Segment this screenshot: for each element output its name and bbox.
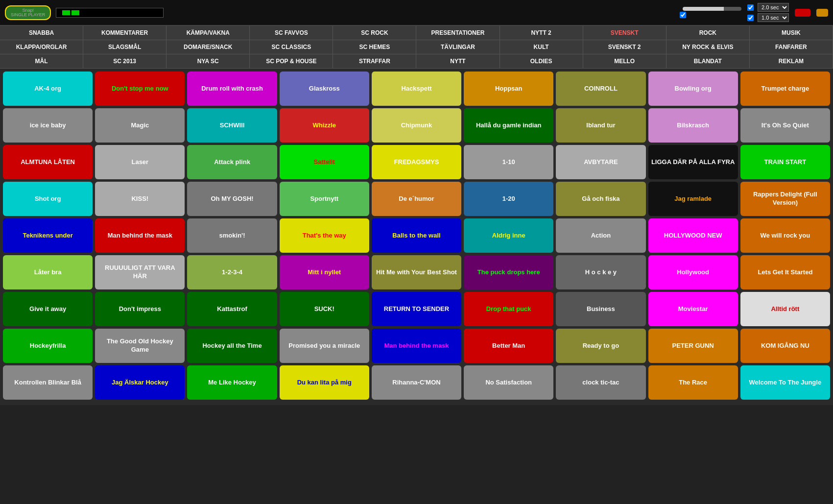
sound-btn-8-8[interactable]: Welcome To The Jungle (740, 365, 830, 400)
stop-button[interactable] (795, 9, 810, 17)
nav-tab-sc_pop___house[interactable]: SC POP & HOUSE (250, 54, 333, 68)
nav-tab-slagsm_l[interactable]: SLAGSMÅL (83, 40, 167, 54)
sound-btn-4-1[interactable]: Man behind the mask (95, 218, 185, 253)
sound-btn-8-1[interactable]: Jag Älskar Hockey (95, 365, 185, 400)
sound-btn-8-6[interactable]: clock tic-tac (556, 365, 645, 400)
sound-btn-4-7[interactable]: HOLLYWOOD NEW (648, 218, 738, 253)
sound-btn-4-8[interactable]: We will rock you (740, 218, 830, 253)
nav-tab-sc_classics[interactable]: SC CLASSICS (250, 40, 333, 54)
sound-btn-3-6[interactable]: Gå och fiska (556, 182, 645, 216)
sound-btn-2-3[interactable]: Sattelit (280, 145, 369, 179)
sound-btn-1-2[interactable]: SCHWIII (187, 108, 277, 143)
sound-btn-1-3[interactable]: Whizzle (280, 108, 369, 143)
sound-btn-5-2[interactable]: 1-2-3-4 (187, 255, 277, 289)
nav-tab-domare_snack[interactable]: DOMARE/SNACK (167, 40, 250, 54)
sound-btn-7-0[interactable]: Hockeyfrilla (3, 329, 93, 363)
nav-tab-kommentarer[interactable]: KOMMENTARER (83, 26, 167, 40)
sound-btn-7-3[interactable]: Promised you a miracle (280, 329, 369, 363)
nav-tab-ny_rock___elvis[interactable]: NY ROCK & ELVIS (666, 40, 750, 54)
sound-btn-1-4[interactable]: Chipmunk (372, 108, 461, 143)
sound-btn-0-7[interactable]: Bowling org (648, 72, 738, 106)
sound-btn-3-2[interactable]: Oh MY GOSH! (187, 182, 277, 216)
sound-btn-0-0[interactable]: AK-4 org (3, 72, 93, 106)
sound-btn-2-6[interactable]: AVBYTARE (556, 145, 645, 179)
sound-btn-8-4[interactable]: Rihanna-C'MON (372, 365, 461, 400)
sound-btn-7-2[interactable]: Hockey all the Time (187, 329, 277, 363)
sound-btn-5-1[interactable]: RUUUULIGT ATT VARA HÄR (95, 255, 185, 289)
sound-btn-5-8[interactable]: Lets Get It Started (740, 255, 830, 289)
sound-btn-8-2[interactable]: Me Like Hockey (187, 365, 277, 400)
nav-tab-sc_2013[interactable]: SC 2013 (83, 54, 167, 68)
nav-tab-straffar[interactable]: STRAFFAR (333, 54, 416, 68)
sound-btn-1-1[interactable]: Magic (95, 108, 185, 143)
fade-out-select[interactable]: 1.0 sec 2.0 sec 0.5 sec (758, 13, 789, 22)
nav-tab-musik[interactable]: MUSIK (750, 26, 833, 40)
sound-btn-6-2[interactable]: Kattastrof (187, 292, 277, 326)
sound-btn-0-6[interactable]: COINROLL (556, 72, 645, 106)
sound-btn-5-3[interactable]: Mitt i nyllet (280, 255, 369, 289)
sound-btn-0-5[interactable]: Hoppsan (464, 72, 553, 106)
nav-tab-k_mpa_vakna[interactable]: KÄMPA/VAKNA (167, 26, 250, 40)
sound-btn-2-7[interactable]: LIGGA DÄR PÅ ALLA FYRA (648, 145, 738, 179)
nav-tab-nya_sc[interactable]: NYA SC (167, 54, 250, 68)
sound-btn-1-7[interactable]: Bilskrasch (648, 108, 738, 143)
sound-btn-4-3[interactable]: That's the way (280, 218, 369, 253)
sound-btn-8-3[interactable]: Du kan lita på mig (280, 365, 369, 400)
sound-btn-6-3[interactable]: SUCK! (280, 292, 369, 326)
nav-tab-klappa_orglar[interactable]: KLAPPA/ORGLAR (0, 40, 83, 54)
sound-btn-7-1[interactable]: The Good Old Hockey Game (95, 329, 185, 363)
nav-tab-fanfarer[interactable]: FANFARER (750, 40, 833, 54)
sound-btn-3-1[interactable]: KISS! (95, 182, 185, 216)
nav-tab-svenskt[interactable]: SVENSKT (583, 26, 666, 40)
sound-btn-4-2[interactable]: smokin'! (187, 218, 277, 253)
sound-btn-7-7[interactable]: PETER GUNN (648, 329, 738, 363)
sound-btn-2-1[interactable]: Laser (95, 145, 185, 179)
sound-btn-3-3[interactable]: Sportnytt (280, 182, 369, 216)
sound-btn-1-0[interactable]: ice ice baby (3, 108, 93, 143)
sound-btn-7-5[interactable]: Better Man (464, 329, 553, 363)
sound-btn-4-4[interactable]: Balls to the wall (372, 218, 461, 253)
sound-btn-8-7[interactable]: The Race (648, 365, 738, 400)
sound-btn-7-8[interactable]: KOM IGÅNG NU (740, 329, 830, 363)
sound-btn-4-5[interactable]: Aldrig inne (464, 218, 553, 253)
sound-btn-2-5[interactable]: 1-10 (464, 145, 553, 179)
sound-btn-8-0[interactable]: Kontrollen Blinkar Blå (3, 365, 93, 400)
nav-tab-m_l[interactable]: MÅL (0, 54, 83, 68)
sound-btn-7-4[interactable]: Man behind the mask (372, 329, 461, 363)
sound-btn-5-5[interactable]: The puck drops here (464, 255, 553, 289)
sound-btn-3-4[interactable]: De e´humor (372, 182, 461, 216)
nav-tab-snabba[interactable]: SNABBA (0, 26, 83, 40)
sound-btn-0-4[interactable]: Hackspett (372, 72, 461, 106)
sound-btn-2-2[interactable]: Attack plink (187, 145, 277, 179)
volume-slider[interactable] (683, 7, 741, 11)
sound-btn-2-8[interactable]: TRAIN START (740, 145, 830, 179)
fade-in-select[interactable]: 2.0 sec 1.0 sec 0.5 sec (758, 3, 789, 12)
sound-btn-6-0[interactable]: Give it away (3, 292, 93, 326)
sound-btn-1-5[interactable]: Hallå du gamle indian (464, 108, 553, 143)
sound-btn-6-4[interactable]: RETURN TO SENDER (372, 292, 461, 326)
sound-btn-5-0[interactable]: Låter bra (3, 255, 93, 289)
sound-btn-7-6[interactable]: Ready to go (556, 329, 645, 363)
sound-btn-1-8[interactable]: It's Oh So Quiet (740, 108, 830, 143)
sound-btn-0-1[interactable]: Don't stop me now (95, 72, 185, 106)
nav-tab-svenskt_2[interactable]: SVENSKT 2 (583, 40, 666, 54)
sound-btn-6-1[interactable]: Don't impress (95, 292, 185, 326)
fade-out-checkbox[interactable] (747, 15, 754, 21)
nav-tab-sc_hemes[interactable]: SC HEMES (333, 40, 416, 54)
sound-btn-2-0[interactable]: ALMTUNA LÅTEN (3, 145, 93, 179)
nav-tab-oldies[interactable]: OLDIES (500, 54, 583, 68)
alternate-checkbox[interactable] (680, 12, 686, 18)
nav-tab-blandat[interactable]: BLANDAT (666, 54, 750, 68)
sound-btn-6-5[interactable]: Drop that puck (464, 292, 553, 326)
nav-tab-kult[interactable]: KULT (500, 40, 583, 54)
sound-btn-1-6[interactable]: Ibland tur (556, 108, 645, 143)
nav-tab-reklam[interactable]: REKLAM (750, 54, 833, 68)
nav-tab-rock[interactable]: ROCK (666, 26, 750, 40)
sound-btn-6-7[interactable]: Moviestar (648, 292, 738, 326)
sound-btn-0-3[interactable]: Glaskross (280, 72, 369, 106)
nav-tab-nytt_2[interactable]: NYTT 2 (500, 26, 583, 40)
sound-btn-4-0[interactable]: Teknikens under (3, 218, 93, 253)
nav-tab-sc_rock[interactable]: SC ROCK (333, 26, 416, 40)
sound-btn-5-7[interactable]: Hollywood (648, 255, 738, 289)
sound-btn-0-2[interactable]: Drum roll with crash (187, 72, 277, 106)
